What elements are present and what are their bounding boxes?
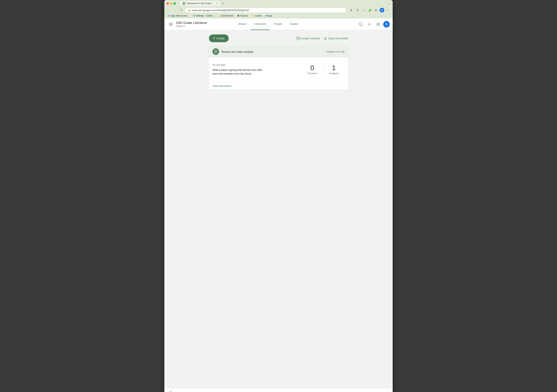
create-label: Create (217, 37, 225, 40)
assignment-card: Romeo and Juliet analysis. Posted 11:51 … (209, 46, 348, 90)
bookmark-current[interactable]: 📁 current (251, 14, 262, 17)
more-menu-icon[interactable]: ⋮ (385, 8, 391, 13)
card-header-left: Romeo and Juliet analysis. (213, 48, 254, 55)
class-period: Period 3 (176, 25, 207, 28)
tab-bar: Classwork for 10th Grade Liter... ✕ + (180, 1, 387, 6)
bookmarks-bar: G Apps with access... ⚙ Settings - Cooki… (164, 14, 393, 18)
minimize-window-button[interactable] (170, 2, 172, 5)
calendar-label: Google Calendar (301, 37, 320, 40)
turned-in-stat: 0 Turned in (302, 63, 323, 76)
help-area: ? (164, 389, 393, 392)
nav-people[interactable]: People (270, 18, 286, 30)
bookmark-experiments[interactable]: ▲ Experiments (217, 14, 234, 17)
create-button[interactable]: + Create (209, 34, 229, 42)
url-bar[interactable]: 🔒 classroom.google.com/u/0/w/NjEyMDI4ODI… (185, 8, 346, 13)
share-icon[interactable]: ⬆ (355, 8, 360, 13)
svg-point-13 (377, 24, 377, 25)
svg-rect-4 (169, 24, 173, 24)
class-title-area: 10th Grade Literature Period 3 (176, 21, 207, 28)
assignment-title: Romeo and Juliet analysis. (221, 50, 254, 53)
svg-rect-0 (183, 3, 185, 4)
bookmark-classes-label: Classes (240, 15, 248, 17)
bookmark-current-label: current (255, 15, 262, 17)
new-tab-button[interactable]: + (221, 1, 225, 6)
nav-classwork[interactable]: Classwork (251, 18, 270, 30)
svg-point-16 (377, 25, 377, 26)
chevron-down-icon: ⌄ (388, 2, 391, 5)
svg-point-18 (379, 25, 380, 26)
settings-icon-button[interactable] (366, 21, 373, 28)
header-actions: D (357, 21, 390, 28)
svg-point-14 (378, 24, 378, 25)
browser-window: Classwork for 10th Grade Liter... ✕ + ⌄ … (164, 0, 393, 392)
posted-time: Posted 11:51 AM (327, 50, 344, 53)
svg-point-12 (379, 23, 380, 24)
gc-content: + Create Google Calendar (206, 34, 351, 90)
browser-toolbar-icons: ⬇ ⬆ ☆ 🧩 ⊞ D ⋮ (349, 8, 391, 13)
gc-header: 10th Grade Literature Period 3 Stream Cl… (164, 18, 393, 30)
drive-icon (324, 37, 327, 40)
forward-button[interactable]: → (173, 8, 178, 13)
active-tab[interactable]: Classwork for 10th Grade Liter... ✕ (180, 1, 220, 6)
classes-icon: 🎓 (237, 15, 239, 17)
traffic-lights (166, 2, 176, 5)
title-bar: Classwork for 10th Grade Liter... ✕ + ⌄ (164, 0, 393, 7)
url-text: classroom.google.com/u/0/w/NjEyMDI4ODIxM… (192, 9, 344, 12)
extensions-icon[interactable]: 🧩 (367, 8, 372, 13)
window-controls: ⌄ (388, 2, 391, 5)
bookmark-gcp-label: gcp (269, 15, 272, 17)
bookmark-experiments-label: Experiments (221, 15, 233, 17)
google-icon: G (167, 15, 170, 17)
svg-rect-5 (169, 25, 173, 25)
close-window-button[interactable] (166, 2, 169, 5)
nav-grades[interactable]: Grades (286, 18, 302, 30)
turned-in-label: Turned in (307, 72, 317, 75)
bookmark-settings[interactable]: ⚙ Settings - Cookie... (192, 14, 215, 17)
apps-icon-button[interactable] (375, 21, 382, 28)
class-drive-folder-link[interactable]: Class Drive folder (324, 37, 348, 40)
user-profile-avatar[interactable]: D (383, 21, 390, 28)
google-calendar-link[interactable]: Google Calendar (297, 37, 320, 40)
bookmark-apps[interactable]: G Apps with access... (166, 14, 190, 17)
card-stats: 0 Turned in 1 Assigned (302, 62, 344, 78)
assigned-count: 1 (329, 65, 339, 71)
display-icon-button[interactable] (357, 21, 364, 28)
svg-point-11 (378, 23, 378, 24)
tab-favicon (183, 2, 185, 5)
bookmark-icon[interactable]: ☆ (361, 8, 366, 13)
calendar-icon (297, 37, 300, 40)
assignment-description: Write a paper arguing that Romeo and Jul… (213, 68, 267, 76)
back-button[interactable]: ← (166, 8, 172, 13)
turned-in-count: 0 (307, 65, 317, 71)
view-instructions-link[interactable]: View instructions (213, 84, 232, 87)
card-body-inner: No due date Write a paper arguing that R… (213, 60, 344, 79)
maximize-window-button[interactable] (173, 2, 176, 5)
tab-close-button[interactable]: ✕ (216, 2, 217, 5)
svg-rect-6 (359, 23, 362, 25)
refresh-button[interactable]: ↻ (179, 8, 184, 13)
settings-bm-icon: ⚙ (193, 15, 195, 17)
bookmark-classes[interactable]: 🎓 Classes (236, 14, 249, 17)
plus-icon: + (213, 36, 215, 41)
right-actions: Google Calendar Class Drive folder (297, 37, 348, 40)
tab-title: Classwork for 10th Grade Liter... (187, 2, 214, 5)
card-header: Romeo and Juliet analysis. Posted 11:51 … (209, 46, 348, 57)
bookmark-apps-label: Apps with access... (171, 15, 189, 17)
assigned-stat: 1 Assigned (323, 63, 344, 76)
drive-label: Class Drive folder (328, 37, 348, 40)
api-icon: API (265, 15, 268, 17)
assigned-label: Assigned (329, 72, 339, 75)
svg-rect-3 (169, 23, 173, 23)
bookmark-gcp[interactable]: API gcp (264, 14, 273, 17)
due-date: No due date (213, 64, 302, 66)
svg-point-17 (378, 25, 378, 26)
nav-stream[interactable]: Stream (235, 18, 250, 30)
download-icon[interactable]: ⬇ (349, 8, 354, 13)
browser-profile-icon[interactable]: D (380, 8, 384, 13)
assignment-icon (213, 48, 219, 55)
svg-point-15 (379, 24, 380, 25)
menu-button[interactable] (167, 21, 174, 28)
svg-rect-19 (297, 37, 300, 40)
svg-point-9 (369, 24, 370, 25)
sidebar-icon[interactable]: ⊞ (373, 8, 378, 13)
